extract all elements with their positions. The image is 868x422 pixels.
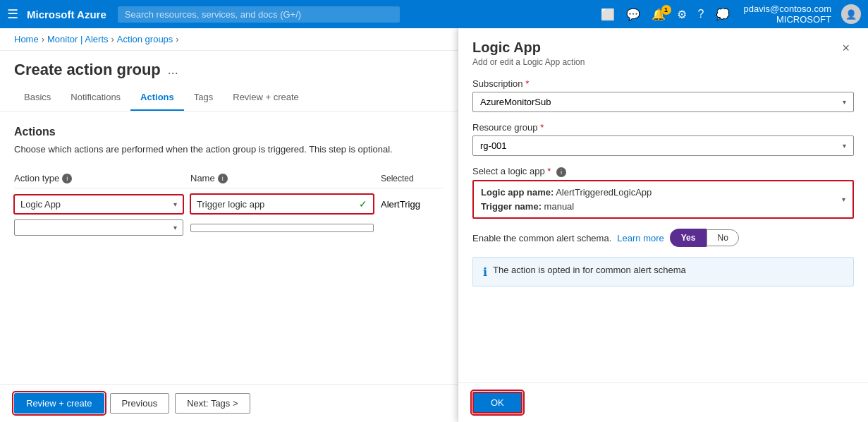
action-name-input-2[interactable] [190,224,374,232]
info-circle-icon: ℹ [483,265,487,279]
col-action-type: Action type i [14,173,183,183]
review-create-button[interactable]: Review + create [14,393,104,414]
toggle-no-button[interactable]: No [707,229,738,246]
flyout-body: Subscription * AzureMonitorSub ▾ Resourc… [458,67,868,382]
subscription-select[interactable]: AzureMonitorSub ▾ [472,92,854,112]
action-type-select-2[interactable]: ▾ [14,219,183,236]
tab-review-create[interactable]: Review + create [223,85,309,111]
action-type-select-1[interactable]: Logic App ▾ [14,195,183,214]
breadcrumb-home[interactable]: Home [14,34,39,44]
user-info: pdavis@contoso.com MICROSOFT [744,4,831,25]
section-title: Actions [14,126,444,138]
hamburger-icon[interactable]: ☰ [7,6,18,22]
enable-schema-label: Enable the common alert schema. [472,233,611,243]
close-icon[interactable]: × [838,40,854,57]
subscription-label: Subscription * [472,78,854,89]
section-description: Choose which actions are performed when … [14,144,444,155]
table-header: Action type i Name i Selected [14,169,444,188]
page-title: Create action group [14,61,161,79]
resource-group-group: Resource group * rg-001 ▾ [472,122,854,156]
ok-button[interactable]: OK [472,392,522,414]
info-box-message: The action is opted in for common alert … [493,265,686,275]
avatar[interactable]: 👤 [841,4,861,24]
previous-button[interactable]: Previous [110,393,170,414]
subscription-value: AzureMonitorSub [480,97,551,107]
learn-more-link[interactable]: Learn more [617,233,664,243]
next-button[interactable]: Next: Tags > [175,393,250,414]
flyout-footer: OK [458,382,868,422]
tab-basics[interactable]: Basics [14,85,61,111]
content-area: Actions Choose which actions are perform… [0,111,458,384]
logic-app-value: Logic app name: AlertTriggeredLogicApp T… [481,186,652,213]
check-icon: ✓ [359,198,367,210]
more-options-icon[interactable]: ... [168,63,178,78]
selected-value-1: AlertTrigg [381,199,451,210]
logic-app-info-icon[interactable]: i [556,167,566,177]
feedback-icon[interactable]: 💬 [623,5,643,24]
breadcrumb-monitor-alerts[interactable]: Monitor | Alerts [47,34,108,44]
logic-app-flyout: Logic App Add or edit a Logic App action… [458,28,868,422]
cloud-shell-icon[interactable]: ⬜ [598,5,618,24]
left-panel: Home › Monitor | Alerts › Action groups … [0,28,458,422]
help-icon[interactable]: ? [695,5,707,23]
col-name: Name i [190,173,374,183]
left-footer: Review + create Previous Next: Tags > [0,384,458,422]
col-selected: Selected [381,173,451,183]
topnav-icons: ⬜ 💬 🔔 1 ⚙ ? 💭 pdavis@contoso.com MICROSO… [598,4,861,25]
user-company: MICROSOFT [776,14,831,25]
action-type-info-icon[interactable]: i [62,174,72,183]
subscription-group: Subscription * AzureMonitorSub ▾ [472,78,854,112]
flyout-header: Logic App Add or edit a Logic App action… [458,28,868,67]
azure-logo: Microsoft Azure [27,8,106,20]
resource-group-select[interactable]: rg-001 ▾ [472,135,854,156]
flyout-subtitle: Add or edit a Logic App action [472,57,585,67]
toggle-group: Yes No [670,229,739,247]
tab-bar: Basics Notifications Actions Tags Review… [0,85,458,111]
chevron-down-icon-rg: ▾ [843,142,846,150]
breadcrumb: Home › Monitor | Alerts › Action groups … [0,28,458,51]
action-name-value-1: Trigger logic app [197,199,264,210]
chevron-down-icon-la: ▾ [842,195,845,203]
action-name-input-1[interactable]: Trigger logic app ✓ [190,194,374,214]
notifications-badge[interactable]: 🔔 1 [649,8,668,21]
chevron-down-icon-sub: ▾ [843,98,846,106]
toggle-yes-button[interactable]: Yes [670,229,707,247]
resource-group-label: Resource group * [472,122,854,133]
chat-icon[interactable]: 💭 [713,5,733,24]
info-box: ℹ The action is opted in for common aler… [472,257,854,287]
flyout-title-area: Logic App Add or edit a Logic App action [472,40,585,67]
action-row-1: Logic App ▾ Trigger logic app ✓ AlertTri… [14,194,444,214]
enable-schema-row: Enable the common alert schema. Learn mo… [472,229,854,247]
resource-group-value: rg-001 [480,140,507,151]
notification-count: 1 [661,5,671,15]
tab-notifications[interactable]: Notifications [61,85,130,111]
action-row-2: ▾ [14,219,444,236]
topnav: ☰ Microsoft Azure ⬜ 💬 🔔 1 ⚙ ? 💭 pdavis@c… [0,0,868,28]
breadcrumb-action-groups[interactable]: Action groups [117,34,173,44]
chevron-down-icon: ▾ [173,200,177,208]
settings-icon[interactable]: ⚙ [674,5,690,24]
tab-tags[interactable]: Tags [184,85,223,111]
name-info-icon[interactable]: i [218,174,228,183]
flyout-title: Logic App [472,40,585,56]
page-header: Create action group ... [0,51,458,85]
user-name: pdavis@contoso.com [744,4,831,14]
tab-actions[interactable]: Actions [130,85,184,111]
logic-app-label: Select a logic app * i [472,166,854,177]
logic-app-group: Select a logic app * i Logic app name: A… [472,166,854,219]
logic-app-select[interactable]: Logic app name: AlertTriggeredLogicApp T… [472,180,854,219]
action-type-value-1: Logic App [20,199,61,210]
chevron-down-icon-2: ▾ [173,224,177,231]
global-search-input[interactable] [118,6,400,23]
